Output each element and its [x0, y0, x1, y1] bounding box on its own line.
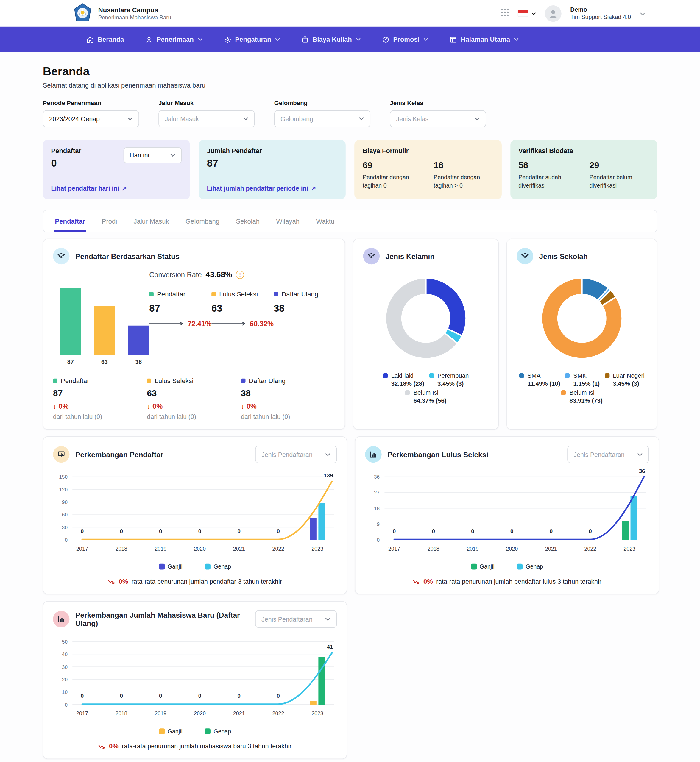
- info-icon[interactable]: !: [236, 270, 244, 279]
- svg-text:0: 0: [81, 528, 84, 534]
- filter-gelombang[interactable]: Gelombang: [274, 111, 370, 127]
- svg-text:2022: 2022: [584, 546, 596, 552]
- tab-wilayah[interactable]: Wilayah: [275, 211, 300, 232]
- trend-pendaftar: 1501209060300201720182019202020212022202…: [53, 469, 337, 559]
- trend-down-icon: [98, 743, 105, 749]
- trend-lulus: 3627189020172018201920202021202220230000…: [365, 469, 649, 559]
- stat-link-pendaftar[interactable]: Lihat pendaftar hari ini↗: [51, 184, 181, 192]
- svg-text:40: 40: [62, 651, 67, 657]
- funnel-rate-1: 72.41%: [149, 320, 211, 328]
- trend-daftar-ulang-card: Perkembangan Jumlah Mahasiswa Baru (Daft…: [43, 601, 347, 759]
- stat-card-jumlah-pendaftar: Jumlah Pendaftar 87 Lihat jumlah pendaft…: [198, 140, 346, 199]
- arrow-ne-icon: ↗: [311, 184, 316, 192]
- legend-item: Genap: [517, 563, 543, 570]
- trend-legend: GanjilGenap: [53, 728, 337, 735]
- trend-note: 0%rata-rata penurunan jumlah pendaftar l…: [365, 578, 649, 585]
- tab-pendaftar[interactable]: Pendaftar: [54, 211, 86, 232]
- card-title: Jenis Sekolah: [539, 252, 647, 261]
- stat-sub-item: 29 Pendaftar belum diverifikasi: [589, 161, 648, 190]
- card-title: Perkembangan Pendaftar: [75, 450, 249, 459]
- svg-text:27: 27: [374, 490, 380, 496]
- svg-text:2018: 2018: [116, 710, 127, 717]
- trend-lulus-chart: 3627189020172018201920202021202220230000…: [365, 469, 649, 585]
- school-donut-chart: SMA11.49% (10)SMK1.15% (1)Luar Negeri3.4…: [517, 272, 647, 404]
- svg-text:2017: 2017: [388, 546, 400, 552]
- legend-item: Belum Isi64.37% (56): [405, 389, 447, 404]
- legend-item: Ganjil: [159, 728, 182, 735]
- app-root: Nusantara Campus Penerimaan Mahasiswa Ba…: [0, 0, 700, 762]
- arrow-down-icon: ↓: [147, 403, 151, 410]
- nav-penerimaan[interactable]: Penerimaan: [145, 36, 203, 43]
- legend-item: Ganjil: [159, 563, 182, 570]
- trend-note: 0%rata-rata penurunan jumlah mahasiswa b…: [53, 743, 337, 750]
- brand: Nusantara Campus Penerimaan Mahasiswa Ba…: [73, 3, 171, 24]
- svg-text:30: 30: [62, 664, 67, 670]
- svg-text:2021: 2021: [545, 546, 557, 552]
- svg-text:20: 20: [62, 676, 67, 682]
- svg-text:2022: 2022: [272, 546, 284, 552]
- svg-text:0: 0: [65, 702, 67, 708]
- legend-item: Genap: [205, 728, 231, 735]
- arrow-down-icon: ↓: [53, 403, 56, 410]
- main-nav: Beranda Penerimaan Pengaturan Biaya Kuli…: [0, 27, 700, 52]
- arrow-ne-icon: ↗: [122, 184, 127, 192]
- apps-grid-icon[interactable]: [501, 8, 509, 19]
- graduation-cap-icon: [53, 248, 70, 265]
- jenis-pendaftaran-select[interactable]: Jenis Pendaftaran: [255, 611, 337, 628]
- chevron-down-icon: [325, 453, 331, 456]
- language-selector[interactable]: [518, 10, 536, 17]
- avatar[interactable]: [545, 5, 561, 22]
- svg-text:0: 0: [159, 528, 162, 534]
- svg-text:41: 41: [327, 644, 333, 650]
- nav-beranda[interactable]: Beranda: [87, 36, 124, 43]
- filter-jalur-masuk[interactable]: Jalur Masuk: [158, 111, 255, 127]
- svg-text:36: 36: [639, 469, 645, 474]
- svg-text:0: 0: [120, 528, 123, 534]
- chevron-down-icon: [275, 38, 280, 41]
- stat-range-select[interactable]: Hari ini: [123, 147, 181, 163]
- filter-jenis-kelas[interactable]: Jenis Kelas: [390, 111, 486, 127]
- tab-sekolah[interactable]: Sekolah: [235, 211, 261, 232]
- stat-card-pendaftar: Pendaftar 0 Hari ini Lihat pendaftar har…: [43, 140, 190, 199]
- tab-prodi[interactable]: Prodi: [101, 211, 118, 232]
- filter-label-jenis-kelas: Jenis Kelas: [390, 100, 486, 106]
- user-menu-caret[interactable]: [640, 9, 646, 17]
- window-icon: [450, 36, 457, 43]
- arrow-right-icon: [211, 321, 247, 327]
- nav-halaman-utama[interactable]: Halaman Utama: [450, 36, 519, 43]
- chevron-down-icon: [198, 38, 203, 41]
- svg-text:2017: 2017: [76, 546, 88, 552]
- trend-lulus-card: Perkembangan Lulus Seleksi Jenis Pendaft…: [355, 436, 659, 595]
- page-title: Beranda: [43, 65, 658, 78]
- user-name: Demo: [570, 6, 631, 13]
- stat-link-jumlah-pendaftar[interactable]: Lihat jumlah pendaftar periode ini↗: [207, 184, 338, 192]
- nav-pengaturan[interactable]: Pengaturan: [224, 36, 280, 43]
- status-summary-lulus: Lulus Seleksi 63 ↓ 0% dari tahun lalu (0…: [147, 377, 241, 420]
- jenis-pendaftaran-select[interactable]: Jenis Pendaftaran: [255, 446, 337, 463]
- nav-promosi[interactable]: Promosi: [382, 36, 428, 43]
- svg-text:2019: 2019: [155, 546, 166, 552]
- chevron-down-icon: [637, 453, 642, 456]
- trend-daftar-ulang-chart: 5040302010020172018201920202021202220230…: [53, 634, 337, 750]
- tab-jalur-masuk[interactable]: Jalur Masuk: [133, 211, 170, 232]
- arrow-down-icon: ↓: [241, 403, 244, 410]
- legend-item: Luar Negeri3.45% (3): [605, 372, 644, 387]
- gender-donut-chart: Laki-laki32.18% (28)Perempuan3.45% (3)Be…: [363, 272, 489, 404]
- filter-periode-penerimaan[interactable]: 2023/2024 Genap: [43, 111, 139, 127]
- svg-text:2019: 2019: [467, 546, 479, 552]
- svg-text:50: 50: [62, 639, 67, 645]
- tab-gelombang[interactable]: Gelombang: [184, 211, 220, 232]
- legend-item: SMK1.15% (1): [565, 372, 600, 387]
- trend-down-icon: [412, 579, 420, 585]
- svg-text:0: 0: [198, 528, 201, 534]
- user-role: Tim Support Siakad 4.0: [570, 14, 631, 20]
- gender-donut: [380, 272, 472, 364]
- nav-biaya-kuliah[interactable]: Biaya Kuliah: [301, 36, 361, 43]
- svg-text:9: 9: [377, 521, 380, 527]
- svg-text:30: 30: [62, 525, 67, 531]
- status-bar-chart: 876338: [53, 269, 149, 365]
- jenis-pendaftaran-select[interactable]: Jenis Pendaftaran: [567, 446, 649, 463]
- svg-text:2018: 2018: [116, 546, 127, 552]
- trend-pendaftar-card: Perkembangan Pendaftar Jenis Pendaftaran…: [43, 436, 347, 595]
- tab-waktu[interactable]: Waktu: [315, 211, 335, 232]
